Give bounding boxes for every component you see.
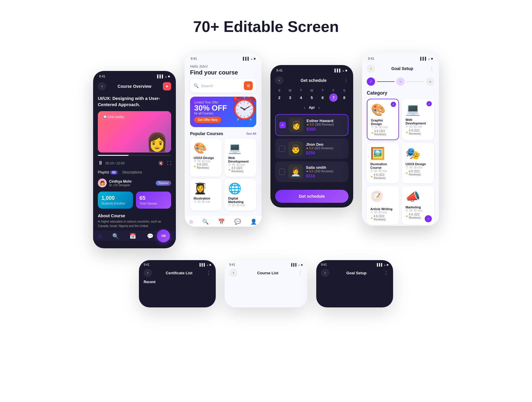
page-title: 70+ Editable Screen [0, 18, 532, 35]
statusbar-4: 9:41 ▌▌▌ ⟁ ■ [362, 53, 439, 62]
teacher-info: 👩 Cinthya Mohr Sr. UX Designer [98, 179, 132, 187]
statusbar-5: 9:41 ▌▌▌ ⟁ ■ [139, 260, 216, 268]
teacher-badge: Teacher [156, 181, 171, 186]
back-button[interactable]: ‹ [98, 82, 106, 90]
course-list-menu[interactable]: ⋮ [298, 270, 303, 276]
descriptions-tab[interactable]: Descriptions [122, 170, 142, 174]
course-card-illustration[interactable]: 👩‍🎓 Illustration ⏱5h 30 min [190, 179, 222, 210]
schedule-menu-icon[interactable]: ⋮ [344, 78, 348, 83]
cal-day-S2: S 8 [340, 89, 348, 102]
page-header: 70+ Editable Screen [0, 0, 532, 47]
back-schedule[interactable]: ‹ [275, 76, 283, 85]
search-nav-icon[interactable]: 🔍 [112, 233, 119, 239]
home-nav-2[interactable]: ⌂ [189, 218, 193, 225]
cat-check-icon: ✓ [391, 102, 396, 107]
schedule-header: ‹ Get schedule ⋮ [270, 74, 353, 87]
promo-banner: Limited Time Offer 30% OFF for all Cours… [190, 97, 256, 127]
get-offer-button[interactable]: Get Offer Now [194, 117, 221, 123]
search-placeholder: Search [201, 84, 244, 88]
category-label: Category [362, 88, 439, 98]
back-course-list[interactable]: ‹ [229, 269, 238, 277]
cat-card-marketing[interactable]: 📣 › Marketing ⏱5h 30 min ★4.9 (322 Revie… [402, 186, 434, 225]
cal-day-W: W 5 [308, 89, 316, 102]
goal-menu-icon[interactable]: ⋮ [429, 66, 434, 72]
search-bar[interactable]: 🔍 Search ⚙ [190, 79, 256, 93]
chat-nav-icon[interactable]: 💬 [147, 233, 153, 239]
course-list-header: ‹ Course List ⋮ [225, 268, 307, 278]
volume-icon[interactable]: 🔇 [158, 161, 163, 166]
signal-icons-3: ▌▌▌ ⟁ ■ [335, 69, 347, 72]
heart-button[interactable]: ♥ [163, 82, 171, 90]
course-card-digital[interactable]: 🌐 Digital Marketing ⏱5h 30 min [225, 179, 256, 210]
popular-courses-header: Popular Courses See All [185, 131, 262, 138]
pause-icon[interactable]: ⏸ [98, 160, 103, 166]
back-goal[interactable]: ‹ [367, 64, 375, 73]
digital-icon: 🌐 [228, 182, 253, 195]
calendar-nav-2[interactable]: 📅 [218, 218, 225, 225]
step-3: ○ [426, 77, 434, 86]
course-card-webdev[interactable]: 💻 Web Development ⏱5h 30 min ★4.9 (322 R… [225, 138, 256, 176]
step-line-1 [377, 81, 395, 82]
svg-text:📝: 📝 [373, 192, 381, 200]
partial-menu[interactable]: ⋮ [384, 270, 388, 276]
cal-day-T1: T 4 [297, 89, 305, 102]
cat-card-web-development[interactable]: ✓ 💻 Web Development ⏱5h 30 min ★4.9 (322… [402, 99, 434, 140]
cat-card-illustration[interactable]: 🖼️ Illustration Course ⏱5h 30 min ★4.9 (… [367, 143, 399, 183]
screen2-title: Find your course [185, 69, 262, 79]
screen-schedule: 9:41 ▌▌▌ ⟁ ■ ‹ Get schedule ⋮ S 2 M 3 T … [270, 65, 353, 208]
checkbox-1[interactable]: ✓ [279, 122, 286, 128]
video-progress-bar[interactable] [98, 155, 171, 156]
video-player[interactable]: 👩 💬 Chat overlay [98, 111, 171, 153]
back-partial[interactable]: ‹ [321, 269, 329, 277]
step-2: ○ [396, 77, 405, 86]
statusbar-1: 9:41 ▌▌▌ ⟁ ■ [93, 71, 176, 80]
get-schedule-button[interactable]: Get schedule [275, 190, 348, 203]
illustration-icon: 👩‍🎓 [194, 182, 218, 195]
teacher-info-3: Saila smith ★ 5.0 (243 Reviews) $310 [306, 165, 345, 178]
back-cert[interactable]: ‹ [144, 269, 152, 277]
playlist-tab[interactable]: Playlist 65 [98, 170, 118, 174]
screen-partial-dark: 9:41 ▌▌▌ ⟁ ■ ‹ Goal Setup ⋮ [316, 260, 393, 307]
teacher-info-2: Jhon Deo ★ 5.0 (823 Reviews) $250 [306, 142, 345, 155]
filter-button[interactable]: ⚙ [244, 81, 253, 90]
teacher-name: Cinthya Mohr [109, 179, 132, 184]
teacher-role: Sr. UX Designer [109, 184, 132, 187]
search-icon: 🔍 [194, 83, 199, 88]
cat-card-graphic-design[interactable]: ✓ 🎨 Graphic Design ⏱5h 30 min ★4.9 (322 … [367, 99, 399, 140]
total-classes-card: 65 Total Classes [136, 192, 171, 209]
schedule-item-3[interactable]: 👩‍💼 Saila smith ★ 5.0 (243 Reviews) $310 [275, 161, 348, 182]
greeting: Hello John! [185, 62, 262, 69]
uxui-cat-icon: 🎭 [406, 147, 431, 161]
cert-menu[interactable]: ⋮ [206, 270, 211, 276]
see-all-link[interactable]: See All [246, 132, 256, 135]
cat-check-webdev: ✓ [426, 101, 432, 106]
cat-card-article-writing[interactable]: 📝 Article Writing ⏱5h 30 min ★4.9 (322 R… [367, 186, 399, 225]
prev-month-arrow[interactable]: ‹ [304, 105, 305, 110]
checkbox-3[interactable] [279, 168, 285, 175]
vr-button[interactable]: VR [157, 229, 170, 242]
cat-card-uxui-design[interactable]: 🎭 UX/UI Design ⏱5h 30 min ★4.9 (322 Revi… [402, 143, 434, 183]
profile-nav-2[interactable]: 👤 [250, 218, 257, 225]
category-grid: ✓ 🎨 Graphic Design ⏱5h 30 min ★4.9 (322 … [362, 98, 439, 226]
bottom-row: 9:41 ▌▌▌ ⟁ ■ ‹ Certificate List ⋮ Recent… [0, 254, 532, 319]
next-month-arrow[interactable]: › [318, 105, 320, 110]
chat-nav-2[interactable]: 💬 [234, 218, 241, 225]
checkbox-2[interactable] [279, 145, 285, 152]
article-writing-icon: 📝 [370, 190, 395, 205]
more-courses-grid: 👩‍🎓 Illustration ⏱5h 30 min 🌐 Digital Ma… [185, 176, 262, 213]
search-nav-2[interactable]: 🔍 [202, 218, 209, 225]
fullscreen-icon[interactable]: ⛶ [167, 161, 171, 166]
schedule-item-2[interactable]: 👨 Jhon Deo ★ 5.0 (823 Reviews) $250 [275, 138, 348, 159]
course-card-uxui[interactable]: 🎨 UX/UI Design ⏱5h 30 min ★4.9 (322 Revi… [190, 138, 222, 176]
step-1: ✓ [367, 77, 375, 86]
screen-certificate-list: 9:41 ▌▌▌ ⟁ ■ ‹ Certificate List ⋮ Recent [139, 260, 216, 307]
courses-grid: 🎨 UX/UI Design ⏱5h 30 min ★4.9 (322 Revi… [185, 138, 262, 176]
schedule-item-1[interactable]: ✓ 👩 Esther Haward ★ 5.0 (300 Reviews) $3… [275, 114, 348, 136]
calendar-nav-icon[interactable]: 📅 [129, 233, 136, 239]
cal-day-T2: T 6 [319, 89, 327, 102]
screen-course-overview: 9:41 ▌▌▌ ⟁ ■ ‹ Course Overview ♥ UI/UX: … [93, 71, 176, 248]
webdev-icon: 💻 [228, 142, 253, 154]
home-nav-icon[interactable]: ⌂ [98, 233, 102, 239]
next-arrow-icon[interactable]: › [425, 215, 432, 222]
partial-dark-header: ‹ Goal Setup ⋮ [316, 268, 393, 278]
